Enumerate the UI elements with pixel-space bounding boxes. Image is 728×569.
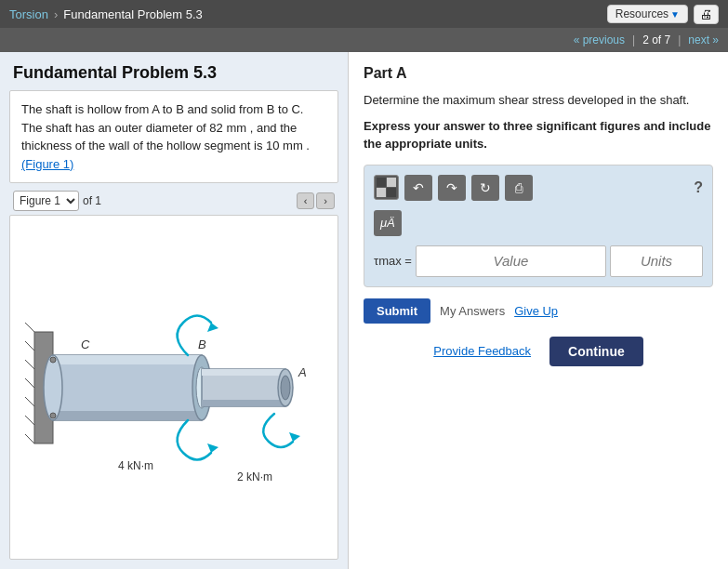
problem-statement: The shaft is hollow from A to B and soli…	[9, 90, 338, 183]
redo-button[interactable]: ↷	[438, 175, 466, 201]
help-button[interactable]: ?	[694, 179, 703, 196]
svg-rect-18	[202, 400, 285, 406]
provide-feedback-link[interactable]: Provide Feedback	[433, 344, 531, 358]
resources-label: Resources	[615, 7, 668, 20]
submit-button[interactable]: Submit	[364, 298, 430, 324]
svg-text:2 kN·m: 2 kN·m	[237, 470, 272, 483]
figure-label-container: Figure 1 of 1	[13, 191, 101, 211]
mu-button[interactable]: μÄ	[374, 210, 402, 236]
svg-line-3	[25, 360, 34, 369]
submit-row: Submit My Answers Give Up	[364, 298, 713, 324]
answer-input-row: τmax =	[374, 245, 703, 277]
my-answers-label[interactable]: My Answers	[440, 304, 505, 318]
answer-box: ↶ ↷ ↻ ⎙ ? μÄ τmax =	[364, 165, 713, 287]
shaft-illustration: C B A 4 kN·m 2 kN·m	[25, 276, 323, 499]
page-indicator: 2 of 7	[642, 33, 670, 46]
figure-controls: Figure 1 of 1 ‹ ›	[9, 191, 338, 211]
problem-title: Fundamental Problem 5.3	[0, 52, 348, 90]
pagination-sep1: |	[632, 33, 635, 46]
figure-link[interactable]: (Figure 1)	[21, 157, 73, 171]
svg-rect-9	[53, 355, 202, 364]
breadcrumb-separator: ›	[54, 7, 58, 21]
resources-button[interactable]: Resources ▼	[607, 5, 688, 23]
pagination-bar: « previous | 2 of 7 | next »	[0, 28, 728, 52]
svg-text:C: C	[81, 337, 90, 351]
svg-rect-10	[53, 411, 202, 420]
svg-text:4 kN·m: 4 kN·m	[118, 459, 153, 472]
svg-text:A: A	[298, 365, 307, 379]
pagination-sep2: |	[678, 33, 681, 46]
units-input[interactable]	[610, 245, 703, 277]
svg-line-4	[25, 378, 34, 388]
breadcrumb-torsion[interactable]: Torsion	[9, 7, 48, 21]
breadcrumb-current-page: Fundamental Problem 5.3	[63, 7, 203, 21]
resources-dropdown-icon: ▼	[670, 9, 680, 20]
answer-toolbar: ↶ ↷ ↻ ⎙ ?	[374, 175, 703, 201]
grid-icon-button[interactable]	[374, 175, 399, 200]
value-input[interactable]	[416, 245, 606, 277]
nav-right: Resources ▼ 🖨	[607, 5, 719, 24]
figure-select[interactable]: Figure 1	[13, 191, 79, 211]
svg-point-11	[44, 355, 62, 420]
previous-link[interactable]: « previous	[574, 33, 625, 46]
svg-point-13	[50, 413, 56, 418]
svg-text:B: B	[198, 337, 206, 351]
print-button[interactable]: 🖨	[694, 5, 719, 24]
svg-line-7	[25, 434, 34, 443]
keyboard-button[interactable]: ⎙	[505, 175, 533, 201]
svg-line-2	[25, 341, 34, 351]
part-instruction: Express your answer to three significant…	[364, 117, 713, 153]
svg-marker-24	[207, 443, 218, 453]
main-content: Fundamental Problem 5.3 The shaft is hol…	[0, 52, 728, 569]
part-description: Determine the maximum shear stress devel…	[364, 91, 713, 110]
give-up-link[interactable]: Give Up	[514, 304, 558, 318]
figure-prev-button[interactable]: ‹	[297, 192, 315, 209]
refresh-button[interactable]: ↻	[471, 175, 499, 201]
continue-button[interactable]: Continue	[549, 337, 643, 366]
figure-of: of 1	[83, 194, 101, 207]
left-panel: Fundamental Problem 5.3 The shaft is hol…	[0, 52, 349, 569]
tau-label: τmax =	[374, 254, 412, 268]
svg-marker-27	[289, 432, 300, 442]
figure-image: C B A 4 kN·m 2 kN·m	[9, 215, 338, 560]
svg-rect-8	[53, 355, 202, 420]
top-navigation: Torsion › Fundamental Problem 5.3 Resour…	[0, 0, 728, 28]
svg-line-1	[25, 323, 34, 332]
svg-line-6	[25, 416, 34, 425]
part-title: Part A	[364, 65, 713, 82]
svg-point-20	[281, 376, 290, 400]
svg-marker-25	[207, 323, 218, 332]
undo-button[interactable]: ↶	[404, 175, 432, 201]
svg-rect-17	[202, 369, 285, 376]
problem-text: The shaft is hollow from A to B and soli…	[21, 102, 310, 152]
next-link[interactable]: next »	[688, 33, 719, 46]
figure-next-button[interactable]: ›	[316, 192, 335, 209]
right-panel: Part A Determine the maximum shear stres…	[349, 52, 728, 569]
figure-navigation: ‹ ›	[297, 192, 335, 209]
bottom-row: Provide Feedback Continue	[364, 337, 713, 366]
breadcrumb: Torsion › Fundamental Problem 5.3	[9, 7, 203, 21]
svg-point-12	[50, 357, 56, 363]
svg-line-5	[25, 397, 34, 406]
